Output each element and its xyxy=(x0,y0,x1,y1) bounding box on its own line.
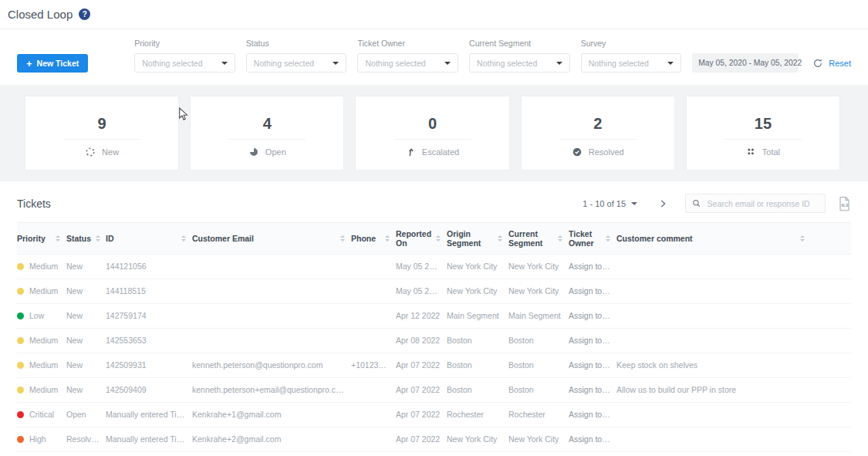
column-header-current-segment[interactable]: Current Segment xyxy=(508,223,569,255)
cell-status: New xyxy=(66,378,106,403)
stat-label: Open xyxy=(265,147,286,157)
cell-email xyxy=(192,304,351,329)
sort-icon[interactable] xyxy=(498,235,502,242)
priority-dot-icon xyxy=(17,337,24,344)
cell-phone xyxy=(351,279,396,304)
table-row[interactable]: MediumNew144118515May 05 2022New York Ci… xyxy=(17,279,851,304)
cell-comment xyxy=(616,255,851,279)
cell-reported-on: Apr 07 2022 xyxy=(396,353,447,378)
current-segment-filter-select[interactable]: Nothing selected xyxy=(469,53,570,73)
column-header-customer-email[interactable]: Customer Email xyxy=(192,223,351,255)
sort-icon[interactable] xyxy=(606,235,610,242)
cell-ticket-owner: Assign to me xyxy=(569,353,616,378)
cell-origin-segment: Boston xyxy=(447,329,508,353)
export-xls-button[interactable]: XLS xyxy=(838,196,851,211)
cell-id: Manually entered Ticket xyxy=(106,427,192,452)
table-row[interactable]: CriticalOpenManually entered TicketKenkr… xyxy=(17,403,851,427)
ticket-owner-filter-select[interactable]: Nothing selected xyxy=(357,53,458,73)
cell-email xyxy=(192,255,351,279)
cell-reported-on: Apr 08 2022 xyxy=(396,329,447,353)
sort-icon[interactable] xyxy=(96,235,100,242)
sort-icon[interactable] xyxy=(181,235,186,242)
pagination-range-dropdown[interactable]: 1 - 10 of 15 xyxy=(583,199,637,208)
table-row[interactable]: LowNew142759174Apr 12 2022Main SegmentMa… xyxy=(17,304,851,329)
stat-card-total[interactable]: 15 Total xyxy=(686,96,840,171)
cell-ticket-owner: Assign to me xyxy=(569,304,616,329)
table-row[interactable]: HighResolvedManually entered TicketKenkr… xyxy=(17,427,851,452)
cell-id: Manually entered Ticket xyxy=(106,452,192,456)
table-row[interactable]: MediumNew142509931kenneth.peterson@quest… xyxy=(17,353,851,378)
assign-to-me-link[interactable]: Assign to me xyxy=(569,360,616,370)
cell-current-segment: New York City xyxy=(508,279,569,304)
help-icon[interactable]: ? xyxy=(79,8,90,20)
cell-email xyxy=(192,329,351,353)
sort-icon[interactable] xyxy=(800,235,805,242)
filter-ticket-owner: Ticket Owner Nothing selected xyxy=(357,39,458,73)
sort-icon[interactable] xyxy=(385,235,390,242)
cell-ticket-owner: Assign to me xyxy=(569,427,616,452)
tickets-section-title: Tickets xyxy=(17,198,51,210)
column-header-reported-on[interactable]: Reported On xyxy=(396,223,447,255)
search-input[interactable] xyxy=(706,198,819,209)
priority-filter-select[interactable]: Nothing selected xyxy=(134,53,235,73)
stat-card-new[interactable]: 9 New xyxy=(25,96,179,171)
cell-id: 142759174 xyxy=(106,304,192,329)
cell-current-segment: Boston xyxy=(508,378,569,403)
column-header-id[interactable]: ID xyxy=(106,223,192,255)
table-row[interactable]: MediumNew142509409kenneth.peterson+email… xyxy=(17,378,851,403)
sort-icon[interactable] xyxy=(558,235,562,242)
stat-card-resolved[interactable]: 2 Resolved xyxy=(521,96,675,171)
table-row[interactable]: MediumOpenManually entered TicketKenkrah… xyxy=(17,452,851,456)
cell-ticket-owner: Assign to me xyxy=(569,279,616,304)
cell-reported-on: Apr 07 2022 xyxy=(396,378,447,403)
cell-priority: Medium xyxy=(17,378,66,403)
sort-icon[interactable] xyxy=(56,235,60,242)
assign-to-me-link[interactable]: Assign to me xyxy=(569,286,616,296)
cell-status: New xyxy=(66,255,106,279)
cell-reported-on: Apr 07 2022 xyxy=(396,427,447,452)
status-filter-select[interactable]: Nothing selected xyxy=(246,53,347,73)
priority-dot-icon xyxy=(17,387,24,394)
assign-to-me-link[interactable]: Assign to me xyxy=(569,311,616,320)
filter-label: Survey xyxy=(581,39,682,48)
assign-to-me-link[interactable]: Assign to me xyxy=(569,262,616,271)
sort-icon[interactable] xyxy=(436,235,441,242)
cell-reported-on: Apr 12 2022 xyxy=(396,304,447,329)
date-range-picker[interactable]: May 05, 2020 - May 05, 2022 xyxy=(692,53,799,73)
divider xyxy=(724,139,802,140)
stat-card-open[interactable]: 4 Open xyxy=(190,96,344,171)
cell-phone xyxy=(351,329,396,353)
cell-ticket-owner: Assign to me xyxy=(569,255,616,279)
stat-card-escalated[interactable]: 0 Escalated xyxy=(355,96,509,171)
table-row[interactable]: MediumNew142553653Apr 08 2022BostonBosto… xyxy=(17,329,851,353)
column-header-ticket-owner[interactable]: Ticket Owner xyxy=(569,223,616,255)
column-header-origin-segment[interactable]: Origin Segment xyxy=(447,223,508,255)
check-circle-icon xyxy=(572,147,583,157)
cell-comment xyxy=(616,427,851,452)
assign-to-me-link[interactable]: Assign to me xyxy=(569,410,616,419)
assign-to-me-link[interactable]: Assign to me xyxy=(569,434,616,444)
cell-phone xyxy=(351,427,396,452)
priority-dot-icon xyxy=(17,288,24,295)
column-header-customer-comment[interactable]: Customer comment xyxy=(616,223,851,255)
priority-label: Medium xyxy=(29,336,58,345)
sort-icon[interactable] xyxy=(340,235,345,242)
assign-to-me-link[interactable]: Assign to me xyxy=(569,385,616,394)
cell-ticket-owner: Assign to me xyxy=(569,452,616,456)
table-row[interactable]: MediumNew144121056May 05 2022New York Ci… xyxy=(17,255,851,279)
cell-id: 142553653 xyxy=(106,329,192,353)
survey-filter-select[interactable]: Nothing selected xyxy=(581,53,682,73)
next-page-button[interactable] xyxy=(657,198,668,209)
new-ticket-button[interactable]: New Ticket xyxy=(17,54,88,73)
new-ticket-label: New Ticket xyxy=(37,59,79,68)
reset-button[interactable]: Reset xyxy=(812,53,851,73)
column-header-phone[interactable]: Phone xyxy=(351,223,396,255)
cell-origin-segment: Boston xyxy=(447,353,508,378)
filter-priority: Priority Nothing selected xyxy=(134,39,235,73)
clock-icon xyxy=(248,147,259,157)
cell-id: 142509409 xyxy=(106,378,192,403)
chevron-down-icon xyxy=(444,62,451,65)
assign-to-me-link[interactable]: Assign to me xyxy=(569,336,616,345)
column-header-priority[interactable]: Priority xyxy=(17,223,66,255)
column-header-status[interactable]: Status xyxy=(66,223,106,255)
